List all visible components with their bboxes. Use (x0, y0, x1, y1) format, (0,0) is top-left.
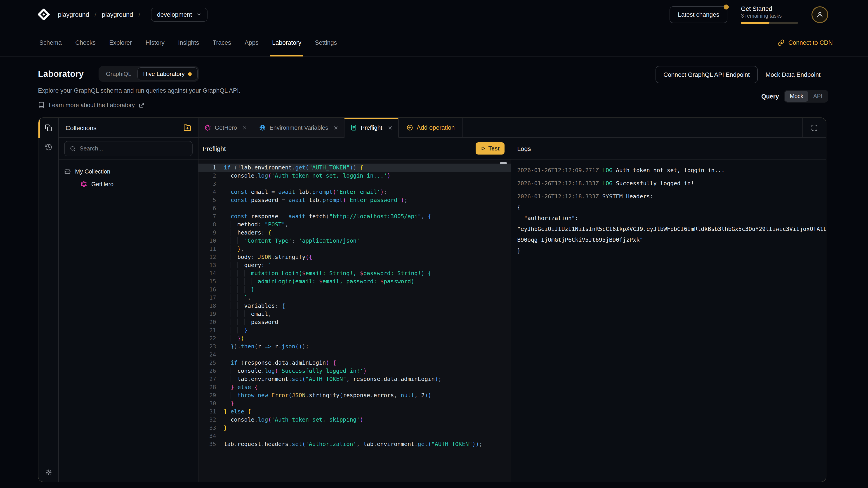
gear-icon (44, 468, 52, 476)
search-input[interactable]: Search... (64, 141, 193, 156)
laboratory-header: Laboratory GraphiQL Hive Laboratory Expl… (38, 66, 828, 108)
code-line[interactable]: 6 (198, 204, 511, 213)
line-text: console.log('Auth token set, skipping') (224, 416, 511, 424)
code-line[interactable]: 35lab.request.headers.set('Authorization… (198, 440, 511, 448)
test-button[interactable]: Test (475, 142, 504, 155)
code-line[interactable]: 15 adminLogin(email: $email, password: $… (198, 278, 511, 286)
connect-graphql-endpoint-button[interactable]: Connect GraphQL API Endpoint (655, 66, 758, 83)
line-text: query: ` (224, 261, 511, 269)
code-line[interactable]: 16 } (198, 286, 511, 294)
code-line[interactable]: 30 } (198, 399, 511, 408)
line-number: 31 (198, 408, 224, 416)
target-selector[interactable]: development (151, 7, 208, 22)
fullscreen-icon (811, 124, 818, 131)
nav-tab-traces[interactable]: Traces (206, 29, 238, 56)
line-number: 26 (198, 367, 224, 375)
code-line[interactable]: 14 mutation Login($email: String!, $pass… (198, 269, 511, 278)
graphql-icon (81, 181, 87, 187)
connect-to-cdn-link[interactable]: Connect to CDN (775, 29, 835, 56)
code-line[interactable]: 24 (198, 351, 511, 359)
editor-scrollbar-thumb[interactable] (500, 162, 507, 164)
collections-icon (45, 124, 52, 131)
collection-operation-label: GetHero (91, 181, 114, 187)
fullscreen-button[interactable] (802, 118, 826, 137)
query-mode-api[interactable]: API (808, 91, 827, 102)
add-operation-button[interactable]: Add operation (399, 118, 463, 138)
tab-environment-variables[interactable]: Environment Variables (253, 118, 344, 138)
code-line[interactable]: 32 console.log('Auth token set, skipping… (198, 416, 511, 424)
rail-settings-button[interactable] (38, 468, 58, 476)
nav-tab-schema[interactable]: Schema (33, 29, 68, 56)
line-text: throw new Error(JSON.stringify(response.… (224, 391, 511, 399)
code-line[interactable]: 23 }).then(r => r.json()); (198, 343, 511, 351)
code-line[interactable]: 22 }) (198, 334, 511, 343)
code-line[interactable]: 21 } (198, 326, 511, 334)
code-line[interactable]: 17 `, (198, 294, 511, 302)
code-line[interactable]: 13 query: ` (198, 261, 511, 269)
line-number: 5 (198, 196, 224, 204)
collection-folder[interactable]: My Collection (64, 165, 193, 177)
close-icon[interactable] (388, 125, 392, 130)
line-text: 'Content-Type': 'application/json' (224, 237, 511, 245)
toggle-option-hive-laboratory[interactable]: Hive Laboratory (137, 67, 198, 80)
code-line[interactable]: 28 } else { (198, 383, 511, 391)
collection-operation-gethero[interactable]: GetHero (81, 177, 193, 190)
code-line[interactable]: 31} else { (198, 408, 511, 416)
line-number: 22 (198, 334, 224, 343)
code-line[interactable]: 27 lab.environment.set("AUTH_TOKEN", res… (198, 375, 511, 383)
code-line[interactable]: 33} (198, 424, 511, 432)
code-line[interactable]: 10 'Content-Type': 'application/json' (198, 237, 511, 245)
log-line: 2026-01-26T12:12:18.333Z LOG Successfull… (517, 178, 826, 189)
close-icon[interactable] (242, 125, 247, 130)
toggle-option-label: Hive Laboratory (143, 70, 185, 77)
code-line[interactable]: 34 (198, 432, 511, 440)
line-text: const response = await fetch("http://loc… (224, 213, 511, 221)
code-line[interactable]: 18 variables: { (198, 302, 511, 310)
breadcrumb-org[interactable]: playground (58, 11, 89, 18)
line-text: } (224, 424, 511, 432)
code-line[interactable]: 4 const email = await lab.prompt('Enter … (198, 188, 511, 196)
new-collection-button[interactable] (184, 124, 191, 131)
code-line[interactable]: 12 body: JSON.stringify({ (198, 253, 511, 261)
tab-preflight[interactable]: Preflight (344, 118, 399, 138)
hive-logo-icon[interactable] (38, 8, 50, 20)
close-icon[interactable] (334, 125, 338, 130)
code-line[interactable]: 5 const password = await lab.prompt('Ent… (198, 196, 511, 204)
mock-data-endpoint-button[interactable]: Mock Data Endpoint (758, 66, 828, 83)
preflight-code-editor[interactable]: 1if (!lab.environment.get("AUTH_TOKEN"))… (198, 160, 511, 482)
nav-tab-insights[interactable]: Insights (171, 29, 206, 56)
learn-more-link[interactable]: Learn more about the Laboratory (38, 102, 241, 108)
code-line[interactable]: 11 }, (198, 245, 511, 253)
toggle-option-graphiql[interactable]: GraphiQL (100, 67, 137, 80)
code-line[interactable]: 2 console.log('Auth token not set, loggi… (198, 172, 511, 180)
log-line: "eyJhbGciOiJIUzI1NiIsInR5cCI6IkpXVCJ9.ey… (517, 224, 826, 234)
code-line[interactable]: 8 method: "POST", (198, 221, 511, 229)
code-line[interactable]: 20 password (198, 318, 511, 326)
nav-tab-settings[interactable]: Settings (308, 29, 344, 56)
query-mode-mock[interactable]: Mock (785, 91, 808, 102)
tab-gethero[interactable]: GetHero (198, 118, 253, 138)
code-line[interactable]: 9 headers: { (198, 229, 511, 237)
log-line: B90oqg_IjOmGtjP6CkiV5Jt695jBD0fjzPxk" (517, 234, 826, 246)
line-number: 10 (198, 237, 224, 245)
avatar[interactable] (811, 6, 828, 23)
code-line[interactable]: 19 email, (198, 310, 511, 318)
line-number: 14 (198, 269, 224, 278)
code-line[interactable]: 26 console.log('Successfully logged in!'… (198, 367, 511, 375)
code-line[interactable]: 3 (198, 180, 511, 188)
latest-changes-button[interactable]: Latest changes (670, 6, 727, 23)
nav-tab-explorer[interactable]: Explorer (102, 29, 139, 56)
code-line[interactable]: 29 throw new Error(JSON.stringify(respon… (198, 391, 511, 399)
nav-tab-history[interactable]: History (139, 29, 171, 56)
code-line[interactable]: 1if (!lab.environment.get("AUTH_TOKEN"))… (198, 164, 511, 172)
logs-output[interactable]: 2026-01-26T12:12:09.271Z LOG Auth token … (511, 160, 826, 482)
get-started-widget[interactable]: Get Started 3 remaining tasks (741, 5, 798, 24)
code-line[interactable]: 25 if (response.data.adminLogin) { (198, 359, 511, 367)
nav-tab-checks[interactable]: Checks (68, 29, 102, 56)
rail-collections-button[interactable] (38, 118, 58, 138)
code-line[interactable]: 7 const response = await fetch("http://l… (198, 213, 511, 221)
nav-tab-laboratory[interactable]: Laboratory (266, 29, 308, 56)
breadcrumb-project[interactable]: playground (102, 11, 133, 18)
nav-tab-apps[interactable]: Apps (238, 29, 266, 56)
rail-history-button[interactable] (38, 138, 58, 156)
